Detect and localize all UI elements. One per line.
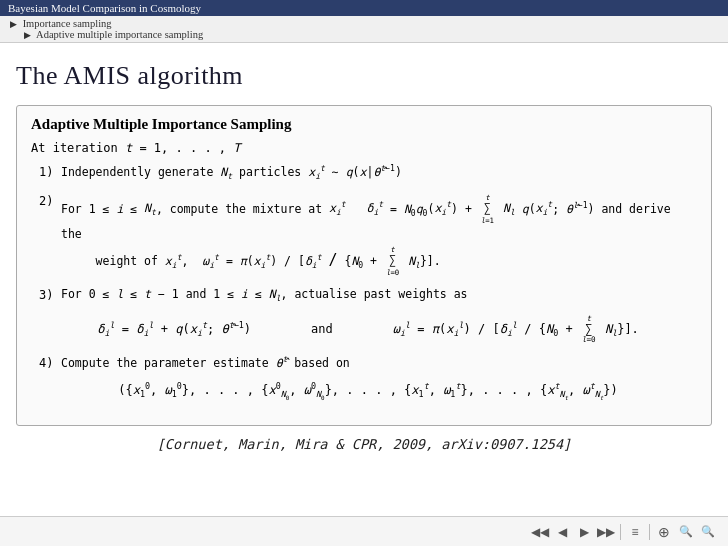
step-num-1: 1) [39, 163, 61, 181]
top-bar-title: Bayesian Model Comparison in Cosmology [8, 2, 201, 14]
step-num-4: 4) [39, 354, 61, 372]
nav-next-button[interactable]: ▶ [574, 522, 594, 542]
step-content-3: For 0 ≤ l ≤ t − 1 and 1 ≤ i ≤ Nl, actual… [61, 286, 468, 306]
breadcrumb-arrow1: ▶ [10, 19, 17, 29]
main-content: The AMIS algorithm Adaptive Multiple Imp… [0, 43, 728, 462]
nav-search-button[interactable]: 🔍 [676, 522, 696, 542]
breadcrumb-area: ▶ Importance sampling ▶ Adaptive multipl… [0, 16, 728, 43]
nav-separator-1 [620, 524, 621, 540]
nav-zoom-out-button[interactable]: ⊕ [654, 522, 674, 542]
step3-equation: δil = δil + q(xit; θ̂t−1) and ωil = π(xi… [39, 314, 697, 344]
algo-iteration: At iteration t = 1, . . . , T [31, 141, 697, 155]
step-content-1: Independently generate Nt particles xit … [61, 163, 402, 184]
breadcrumb-level2: ▶ Adaptive multiple importance sampling [10, 29, 718, 40]
breadcrumb-label2: Adaptive multiple importance sampling [36, 29, 203, 40]
page-title: The AMIS algorithm [16, 61, 712, 91]
breadcrumb-arrow2: ▶ [24, 30, 31, 40]
step-content-4: Compute the parameter estimate θ̂t based… [61, 354, 350, 373]
breadcrumb-label1: Importance sampling [23, 18, 112, 29]
algo-steps: 1) Independently generate Nt particles x… [31, 163, 697, 401]
nav-last-button[interactable]: ▶▶ [596, 522, 616, 542]
top-bar: Bayesian Model Comparison in Cosmology [0, 0, 728, 16]
algo-step-4: 4) Compute the parameter estimate θ̂t ba… [39, 354, 697, 373]
nav-first-button[interactable]: ◀◀ [530, 522, 550, 542]
bottom-bar: ◀◀ ◀ ▶ ▶▶ ≡ ⊕ 🔍 🔍 [0, 516, 728, 546]
step-content-2: For 1 ≤ i ≤ Nt, compute the mixture at x… [61, 192, 697, 279]
algo-step-1: 1) Independently generate Nt particles x… [39, 163, 697, 184]
algorithm-box: Adaptive Multiple Importance Sampling At… [16, 105, 712, 426]
nav-separator-2 [649, 524, 650, 540]
step4-equation: ({x10, ω10}, . . . , {x0N0, ω0N0}, . . .… [39, 381, 697, 401]
nav-menu-button[interactable]: ≡ [625, 522, 645, 542]
nav-zoom-in-button[interactable]: 🔍 [698, 522, 718, 542]
algo-step-3: 3) For 0 ≤ l ≤ t − 1 and 1 ≤ i ≤ Nl, act… [39, 286, 697, 306]
algo-box-title: Adaptive Multiple Importance Sampling [31, 116, 697, 133]
algo-step-2: 2) For 1 ≤ i ≤ Nt, compute the mixture a… [39, 192, 697, 279]
step-num-3: 3) [39, 286, 61, 304]
step-num-2: 2) [39, 192, 61, 210]
citation: [Cornuet, Marin, Mira & CPR, 2009, arXiv… [16, 436, 712, 452]
breadcrumb-level1: ▶ Importance sampling [10, 18, 112, 29]
nav-icons: ◀◀ ◀ ▶ ▶▶ ≡ ⊕ 🔍 🔍 [530, 522, 718, 542]
nav-prev-button[interactable]: ◀ [552, 522, 572, 542]
